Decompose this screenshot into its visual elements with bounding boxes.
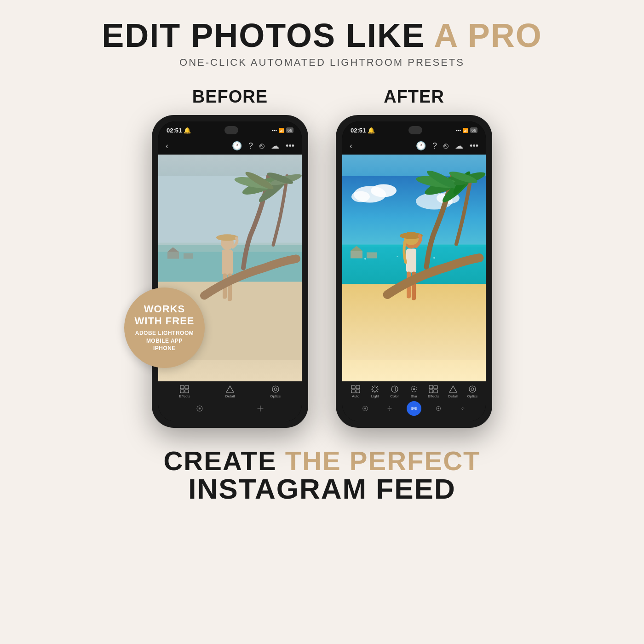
svg-rect-73 xyxy=(429,385,433,389)
svg-point-70 xyxy=(391,386,398,392)
detail-icon xyxy=(225,385,235,393)
header-section: EDIT PHOTOS LIKE A PRO ONE-CLICK AUTOMAT… xyxy=(102,0,542,69)
after-btn4[interactable] xyxy=(431,401,446,416)
before-btn1[interactable] xyxy=(192,401,207,416)
after-app-topbar: ‹ 🕐 ? ⎋ ☁ ••• xyxy=(342,137,486,155)
svg-point-25 xyxy=(274,388,277,391)
svg-point-31 xyxy=(351,191,370,202)
after-btn1[interactable] xyxy=(358,401,373,416)
after-toolbar-light[interactable]: Light xyxy=(367,385,383,398)
svg-rect-58 xyxy=(356,385,360,389)
color-icon xyxy=(390,385,399,393)
after-phone-container: AFTER 02:51 🔔 ▪▪▪ 📶 66 ‹ 🕐 xyxy=(336,87,492,428)
after-toolbar: Auto xyxy=(342,381,486,421)
detail-label: Detail xyxy=(225,394,235,398)
blur-label: Blur xyxy=(411,394,417,398)
footer-line1: CREATE THE PERFECT xyxy=(163,445,480,476)
after-btn5[interactable] xyxy=(455,401,470,416)
after-toolbar-auto[interactable]: Auto xyxy=(347,385,364,398)
after-help-icon[interactable]: ? xyxy=(432,141,437,151)
before-toolbar-second xyxy=(160,398,300,416)
svg-point-83 xyxy=(437,408,439,409)
svg-rect-18 xyxy=(184,253,193,259)
works-with-badge: WORKSWITH FREE ADOBE LIGHTROOMMOBILE APP… xyxy=(124,288,205,368)
svg-marker-23 xyxy=(226,386,234,392)
phones-section: BEFORE 02:51 🔔 ▪▪▪ 📶 66 ‹ 🕐 xyxy=(152,87,492,428)
before-topbar-icons: 🕐 ? ⎋ ☁ ••• xyxy=(232,141,294,151)
after-toolbar-effects[interactable]: Effects xyxy=(425,385,442,398)
after-toolbar-blur[interactable]: Blur xyxy=(406,385,422,398)
after-cloud-icon[interactable]: ☁ xyxy=(455,141,463,151)
svg-line-68 xyxy=(377,386,378,387)
before-phone: 02:51 🔔 ▪▪▪ 📶 66 ‹ 🕐 ? ⎋ ☁ xyxy=(152,115,308,428)
svg-rect-44 xyxy=(406,249,416,273)
after-detail-icon xyxy=(448,385,458,393)
svg-point-78 xyxy=(469,386,476,392)
svg-rect-75 xyxy=(429,390,433,393)
svg-marker-77 xyxy=(449,386,457,392)
after-toolbar-optics[interactable]: Optics xyxy=(464,385,481,398)
footer-section: CREATE THE PERFECT INSTAGRAM FEED xyxy=(163,445,480,505)
svg-point-55 xyxy=(397,256,398,257)
title-highlight: A PRO xyxy=(434,17,542,54)
svg-rect-15 xyxy=(223,235,232,240)
svg-line-69 xyxy=(372,391,373,392)
after-toolbar-row: Auto xyxy=(344,385,484,398)
svg-point-81 xyxy=(364,408,366,409)
before-history-icon[interactable]: 🕐 xyxy=(232,141,242,151)
after-phone: 02:51 🔔 ▪▪▪ 📶 66 ‹ 🕐 ? ⎋ ☁ xyxy=(336,115,492,428)
effects-label: Effects xyxy=(179,394,190,398)
after-time: 02:51 🔔 xyxy=(351,127,375,134)
before-toolbar-optics[interactable]: Optics xyxy=(267,385,284,398)
before-back-icon[interactable]: ‹ xyxy=(166,141,168,151)
svg-point-79 xyxy=(471,388,474,391)
after-label: AFTER xyxy=(384,87,444,107)
optics-icon xyxy=(271,385,280,393)
svg-rect-10 xyxy=(222,250,233,275)
after-back-icon[interactable]: ‹ xyxy=(350,141,352,151)
after-effects-label: Effects xyxy=(428,394,439,398)
after-history-icon[interactable]: 🕐 xyxy=(416,141,426,151)
after-btn2[interactable] xyxy=(382,401,397,416)
before-share-icon[interactable]: ⎋ xyxy=(259,141,264,151)
after-more-icon[interactable]: ••• xyxy=(470,141,478,151)
svg-line-66 xyxy=(372,386,373,387)
color-label: Color xyxy=(390,394,399,398)
optics-label: Optics xyxy=(270,394,281,398)
footer-line1-part1: CREATE xyxy=(163,446,285,476)
auto-icon xyxy=(351,385,360,393)
before-cloud-icon[interactable]: ☁ xyxy=(271,141,279,151)
before-help-icon[interactable]: ? xyxy=(248,141,253,151)
before-toolbar-row: Effects Detail xyxy=(160,385,300,398)
after-btn3-active[interactable] xyxy=(407,401,421,416)
before-phone-container: BEFORE 02:51 🔔 ▪▪▪ 📶 66 ‹ 🕐 xyxy=(152,87,308,428)
after-toolbar-color[interactable]: Color xyxy=(386,385,403,398)
svg-rect-53 xyxy=(367,253,377,259)
svg-rect-60 xyxy=(356,390,360,393)
after-status-icons: ▪▪▪ 📶 66 xyxy=(456,127,477,133)
svg-point-27 xyxy=(199,408,201,410)
after-optics-icon xyxy=(468,385,477,393)
svg-rect-59 xyxy=(351,390,355,393)
after-toolbar-detail[interactable]: Detail xyxy=(445,385,461,398)
svg-rect-22 xyxy=(185,390,189,393)
title-part1: EDIT PHOTOS LIKE xyxy=(102,17,434,54)
before-toolbar-detail[interactable]: Detail xyxy=(222,385,238,398)
before-phone-inner: 02:51 🔔 ▪▪▪ 📶 66 ‹ 🕐 ? ⎋ ☁ xyxy=(158,121,302,421)
svg-point-72 xyxy=(413,388,415,390)
svg-rect-20 xyxy=(185,385,189,389)
svg-point-24 xyxy=(272,386,279,392)
auto-label: Auto xyxy=(352,394,359,398)
after-detail-label: Detail xyxy=(448,394,457,398)
svg-point-30 xyxy=(371,184,397,197)
after-share-icon[interactable]: ⎋ xyxy=(443,141,448,151)
before-btn2[interactable] xyxy=(253,401,268,416)
svg-line-67 xyxy=(377,391,378,392)
after-phone-inner: 02:51 🔔 ▪▪▪ 📶 66 ‹ 🕐 ? ⎋ ☁ xyxy=(342,121,486,421)
before-more-icon[interactable]: ••• xyxy=(286,141,294,151)
svg-rect-19 xyxy=(180,385,184,389)
svg-rect-50 xyxy=(407,232,416,238)
svg-point-84 xyxy=(462,409,463,410)
before-toolbar-effects[interactable]: Effects xyxy=(176,385,193,398)
svg-rect-76 xyxy=(434,390,437,393)
